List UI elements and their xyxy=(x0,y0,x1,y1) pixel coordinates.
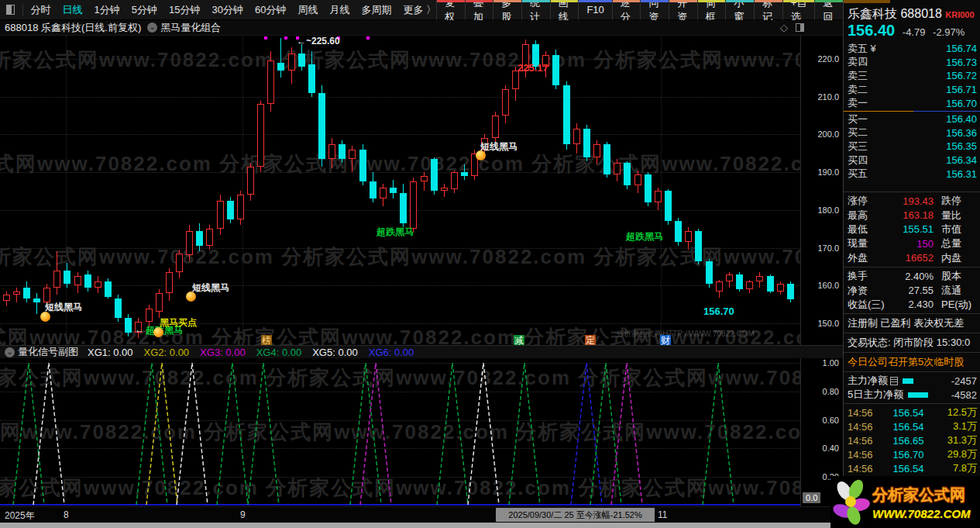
menu-item-周线[interactable]: 周线 xyxy=(297,3,318,17)
candle[interactable] xyxy=(288,53,295,71)
candle[interactable] xyxy=(359,150,366,181)
candle[interactable] xyxy=(552,55,559,85)
buy-level-row[interactable]: 买二156.36 xyxy=(844,126,980,140)
candle[interactable] xyxy=(95,281,101,287)
candle[interactable] xyxy=(217,201,224,229)
candle[interactable] xyxy=(267,60,274,104)
buy-level-row[interactable]: 买四156.34 xyxy=(844,154,980,167)
candle[interactable] xyxy=(655,191,662,202)
candle[interactable] xyxy=(767,276,774,291)
candle[interactable] xyxy=(746,281,753,289)
chevron-down-icon[interactable]: ⌄ xyxy=(5,347,15,357)
menu-item-返回[interactable]: 返回 xyxy=(814,0,843,20)
menu-item-15分钟[interactable]: 15分钟 xyxy=(169,3,200,17)
candle[interactable] xyxy=(421,176,428,181)
menu-item-开资[interactable]: 开资 xyxy=(669,0,697,20)
candle[interactable] xyxy=(461,172,468,176)
candle[interactable] xyxy=(53,271,60,288)
menu-item-多股[interactable]: 多股 xyxy=(493,0,521,20)
candle[interactable] xyxy=(247,167,254,195)
menu-item-F10[interactable]: F10 xyxy=(578,0,611,20)
menu-item-60分钟[interactable]: 60分钟 xyxy=(255,3,286,17)
menu-item-复权[interactable]: 复权 xyxy=(436,0,465,20)
menu-item-简框[interactable]: 简框 xyxy=(697,0,726,20)
candle[interactable] xyxy=(390,188,397,193)
announcement-ticker[interactable]: 今日公司召开第5次临时股 xyxy=(844,354,980,370)
candle[interactable] xyxy=(492,116,499,138)
chevron-down-icon[interactable]: ⌄ xyxy=(147,22,157,33)
menu-item-更多 〉[interactable]: 更多 〉 xyxy=(403,3,436,17)
candle[interactable] xyxy=(115,299,122,317)
menu-item-统计[interactable]: 统计 xyxy=(521,0,550,20)
candle[interactable] xyxy=(380,188,387,199)
candle[interactable] xyxy=(84,274,91,288)
layout-icon[interactable] xyxy=(796,23,804,32)
candle[interactable] xyxy=(502,89,509,116)
sell-level-row[interactable]: 卖一156.70 xyxy=(844,96,980,110)
candle[interactable] xyxy=(339,144,346,159)
candle[interactable] xyxy=(756,276,763,281)
candle[interactable] xyxy=(74,276,81,285)
candle[interactable] xyxy=(237,195,244,219)
candle[interactable] xyxy=(13,292,20,295)
candle[interactable] xyxy=(603,144,610,174)
candle[interactable] xyxy=(298,53,305,67)
sell-level-row[interactable]: 卖四156.73 xyxy=(844,56,980,70)
signal-spike-chart[interactable]: 分析家公式网www.70822.com 分析家公式网www.70822.com … xyxy=(0,358,800,506)
candle[interactable] xyxy=(196,231,203,246)
menu-item-5分钟[interactable]: 5分钟 xyxy=(132,3,157,17)
candle[interactable] xyxy=(349,150,356,159)
candle[interactable] xyxy=(318,93,325,159)
menu-item-同资[interactable]: 同资 xyxy=(640,0,669,20)
candle[interactable] xyxy=(206,229,213,246)
candle[interactable] xyxy=(573,129,580,143)
candle[interactable] xyxy=(257,104,264,166)
candle[interactable] xyxy=(277,63,284,71)
menu-item-多周期[interactable]: 多周期 xyxy=(361,3,391,17)
buy-level-row[interactable]: 买五156.31 xyxy=(844,167,980,181)
candle[interactable] xyxy=(166,272,173,293)
candle[interactable] xyxy=(156,293,163,312)
candle[interactable] xyxy=(33,299,40,302)
candle[interactable] xyxy=(410,181,417,229)
candle[interactable] xyxy=(186,231,193,256)
menu-item-标记[interactable]: 标记 xyxy=(754,0,782,20)
panel-toggle-icon[interactable] xyxy=(6,5,15,15)
candle[interactable] xyxy=(787,284,794,299)
main-candlestick-chart[interactable]: 分析家公式网www.70822.com 分析家公式网www.70822.com … xyxy=(0,36,800,345)
candle[interactable] xyxy=(665,191,672,221)
candle[interactable] xyxy=(645,174,652,203)
candle[interactable] xyxy=(3,295,10,300)
candle[interactable] xyxy=(777,284,784,292)
sell-level-row[interactable]: 卖二156.71 xyxy=(844,83,980,97)
candle[interactable] xyxy=(614,163,621,174)
candle[interactable] xyxy=(227,201,234,219)
candle[interactable] xyxy=(726,274,733,282)
candle[interactable] xyxy=(328,144,335,159)
horizontal-scrollbar[interactable] xyxy=(0,523,843,528)
candle[interactable] xyxy=(451,172,458,189)
candle[interactable] xyxy=(716,281,723,291)
candle[interactable] xyxy=(308,64,315,93)
buy-level-row[interactable]: 买一156.40 xyxy=(844,112,980,126)
candle[interactable] xyxy=(105,281,112,296)
menu-item-月线[interactable]: 月线 xyxy=(329,3,349,17)
candle[interactable] xyxy=(125,318,132,333)
candle[interactable] xyxy=(706,261,713,284)
candle[interactable] xyxy=(695,231,702,261)
candle[interactable] xyxy=(370,181,377,198)
candle[interactable] xyxy=(400,193,407,223)
candle[interactable] xyxy=(441,188,448,192)
menu-item-30分钟[interactable]: 30分钟 xyxy=(211,3,242,17)
sell-level-row[interactable]: 卖三156.72 xyxy=(844,69,980,83)
candle[interactable] xyxy=(685,231,692,243)
candle[interactable] xyxy=(64,271,70,284)
candle[interactable] xyxy=(736,274,743,289)
candle[interactable] xyxy=(23,288,30,299)
diamond-icon[interactable]: ◇ xyxy=(780,22,788,33)
buy-level-row[interactable]: 买三156.35 xyxy=(844,140,980,154)
candle[interactable] xyxy=(431,159,438,191)
candle[interactable] xyxy=(176,254,183,272)
candle[interactable] xyxy=(593,144,600,157)
menu-item-画线[interactable]: 画线 xyxy=(550,0,579,20)
